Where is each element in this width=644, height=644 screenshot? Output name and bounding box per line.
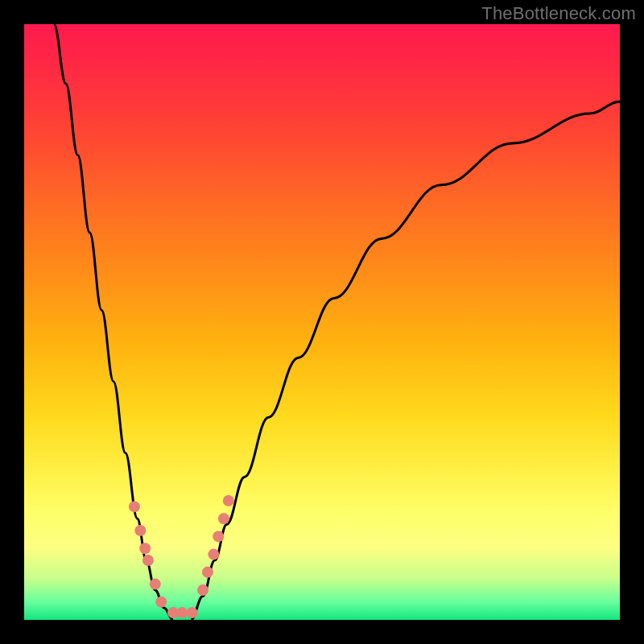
data-marker <box>223 495 234 506</box>
data-marker <box>155 597 167 608</box>
data-marker <box>129 501 140 512</box>
right-curve <box>191 101 620 620</box>
data-markers <box>129 495 234 618</box>
data-marker <box>202 567 213 578</box>
watermark-text: TheBottleneck.com <box>481 3 636 24</box>
data-marker <box>187 607 198 618</box>
data-marker <box>197 584 208 596</box>
data-marker <box>218 513 229 524</box>
data-marker <box>134 525 146 536</box>
data-marker <box>176 607 188 618</box>
data-marker <box>139 543 151 554</box>
plot-gradient-area <box>24 24 620 620</box>
chart-svg <box>24 24 620 620</box>
data-marker <box>208 549 219 560</box>
data-marker <box>150 579 161 590</box>
left-curve <box>54 24 173 620</box>
data-marker <box>142 555 154 566</box>
chart-frame: TheBottleneck.com <box>0 0 644 644</box>
data-marker <box>213 530 224 542</box>
